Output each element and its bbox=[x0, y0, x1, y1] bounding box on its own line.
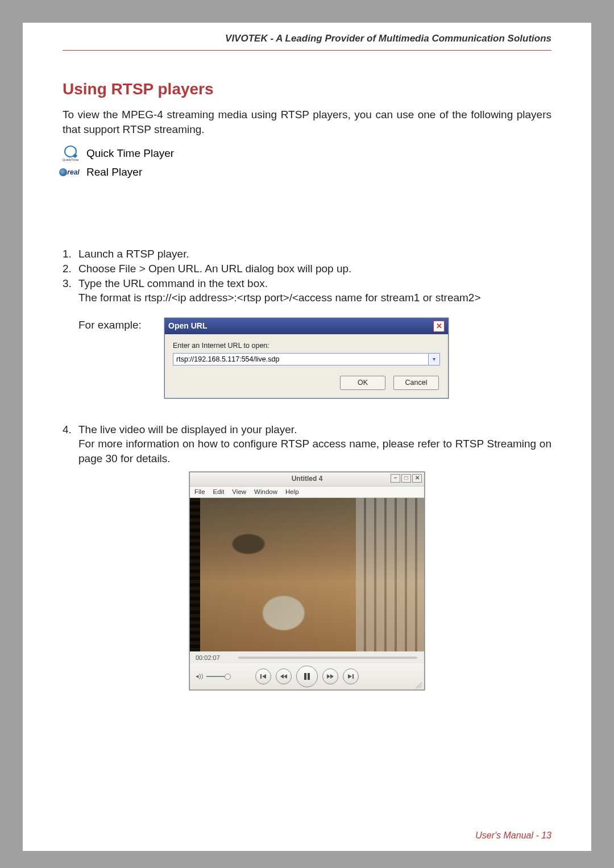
time-bar[interactable]: 00:02:07 bbox=[190, 651, 424, 663]
dialog-titlebar: Open URL ✕ bbox=[165, 318, 448, 334]
rewind-button[interactable] bbox=[276, 668, 292, 684]
pause-button[interactable] bbox=[296, 666, 318, 687]
player-titlebar: Untitled 4 – □ ✕ bbox=[190, 472, 424, 486]
quicktime-player-window: Untitled 4 – □ ✕ File Edit View Window H… bbox=[189, 472, 425, 690]
svg-marker-3 bbox=[284, 674, 287, 679]
forward-button[interactable] bbox=[322, 668, 338, 684]
close-icon[interactable]: ✕ bbox=[433, 321, 445, 332]
realplayer-icon: real bbox=[63, 167, 78, 177]
step-1: 1. Launch a RTSP player. bbox=[63, 247, 551, 261]
page-header: VIVOTEK - A Leading Provider of Multimed… bbox=[63, 33, 551, 51]
step-2-text: Choose File > Open URL. An URL dialog bo… bbox=[78, 261, 551, 276]
step-3: 3. Type the URL command in the text box. bbox=[63, 276, 551, 291]
example-label: For example: bbox=[78, 318, 155, 333]
ok-button[interactable]: OK bbox=[340, 376, 385, 390]
player-row-quicktime: QuickTime Quick Time Player bbox=[63, 146, 551, 161]
volume-slider[interactable] bbox=[206, 676, 229, 677]
svg-marker-6 bbox=[327, 674, 330, 679]
quicktime-label: Quick Time Player bbox=[86, 147, 174, 160]
menu-window[interactable]: Window bbox=[254, 488, 277, 497]
dialog-buttons: OK Cancel bbox=[165, 370, 448, 398]
player-controls: ◂)) bbox=[190, 663, 424, 690]
step-3-text: Type the URL command in the text box. bbox=[78, 276, 551, 291]
speaker-icon: ◂)) bbox=[196, 672, 203, 680]
step-1-text: Launch a RTSP player. bbox=[78, 247, 551, 261]
step-3-sub: The format is rtsp://<ip address>:<rtsp … bbox=[78, 290, 551, 305]
menu-help[interactable]: Help bbox=[285, 488, 299, 497]
step-4-text: The live video will be displayed in your… bbox=[78, 422, 551, 437]
svg-marker-7 bbox=[330, 674, 334, 679]
step-4: 4. The live video will be displayed in y… bbox=[63, 422, 551, 466]
dialog-title-text: Open URL bbox=[168, 321, 207, 331]
step-1-num: 1. bbox=[63, 247, 78, 261]
svg-marker-2 bbox=[280, 674, 284, 679]
step-2-num: 2. bbox=[63, 261, 78, 276]
svg-rect-5 bbox=[308, 673, 310, 680]
menu-file[interactable]: File bbox=[194, 488, 205, 497]
section-title: Using RTSP players bbox=[63, 80, 551, 98]
page-footer: User's Manual - 13 bbox=[475, 830, 551, 841]
step-2: 2. Choose File > Open URL. An URL dialog… bbox=[63, 261, 551, 276]
resize-grip-icon[interactable] bbox=[414, 680, 422, 688]
open-url-dialog: Open URL ✕ Enter an Internet URL to open… bbox=[164, 318, 449, 398]
url-combobox[interactable]: ▾ bbox=[173, 353, 440, 366]
svg-rect-9 bbox=[352, 674, 354, 679]
svg-rect-0 bbox=[260, 674, 262, 679]
menu-edit[interactable]: Edit bbox=[213, 488, 225, 497]
dialog-field-label: Enter an Internet URL to open: bbox=[173, 341, 440, 351]
manual-page: VIVOTEK - A Leading Provider of Multimed… bbox=[23, 23, 591, 851]
svg-marker-8 bbox=[348, 674, 352, 679]
window-controls: – □ ✕ bbox=[391, 474, 422, 483]
menu-view[interactable]: View bbox=[232, 488, 246, 497]
svg-marker-1 bbox=[262, 674, 266, 679]
maximize-icon[interactable]: □ bbox=[401, 474, 411, 483]
chevron-down-icon[interactable]: ▾ bbox=[429, 353, 440, 366]
minimize-icon[interactable]: – bbox=[391, 474, 400, 483]
skip-back-button[interactable] bbox=[255, 668, 271, 684]
progress-track[interactable] bbox=[238, 657, 417, 659]
step-3-num: 3. bbox=[63, 276, 78, 291]
example-block: For example: Open URL ✕ Enter an Interne… bbox=[63, 318, 551, 398]
quicktime-icon-sub: QuickTime bbox=[63, 158, 78, 161]
volume-control[interactable]: ◂)) bbox=[196, 672, 229, 680]
url-input[interactable] bbox=[173, 353, 429, 366]
time-display: 00:02:07 bbox=[196, 654, 220, 661]
player-title-text: Untitled 4 bbox=[292, 474, 323, 483]
step-4-num: 4. bbox=[63, 422, 78, 437]
player-row-real: real Real Player bbox=[63, 166, 551, 178]
dialog-body: Enter an Internet URL to open: ▾ bbox=[165, 334, 448, 370]
skip-forward-button[interactable] bbox=[343, 668, 359, 684]
cancel-button[interactable]: Cancel bbox=[393, 376, 439, 390]
player-menubar: File Edit View Window Help bbox=[190, 486, 424, 499]
step-4-sub: For more information on how to configure… bbox=[78, 437, 551, 466]
quicktime-icon: QuickTime bbox=[63, 146, 78, 161]
svg-rect-4 bbox=[304, 673, 306, 680]
close-window-icon[interactable]: ✕ bbox=[412, 474, 422, 483]
steps-block: 1. Launch a RTSP player. 2. Choose File … bbox=[63, 247, 551, 690]
intro-paragraph: To view the MPEG-4 streaming media using… bbox=[63, 107, 551, 136]
video-area bbox=[190, 498, 424, 651]
realplayer-label: Real Player bbox=[86, 166, 142, 178]
players-list: QuickTime Quick Time Player real Real Pl… bbox=[63, 146, 551, 178]
